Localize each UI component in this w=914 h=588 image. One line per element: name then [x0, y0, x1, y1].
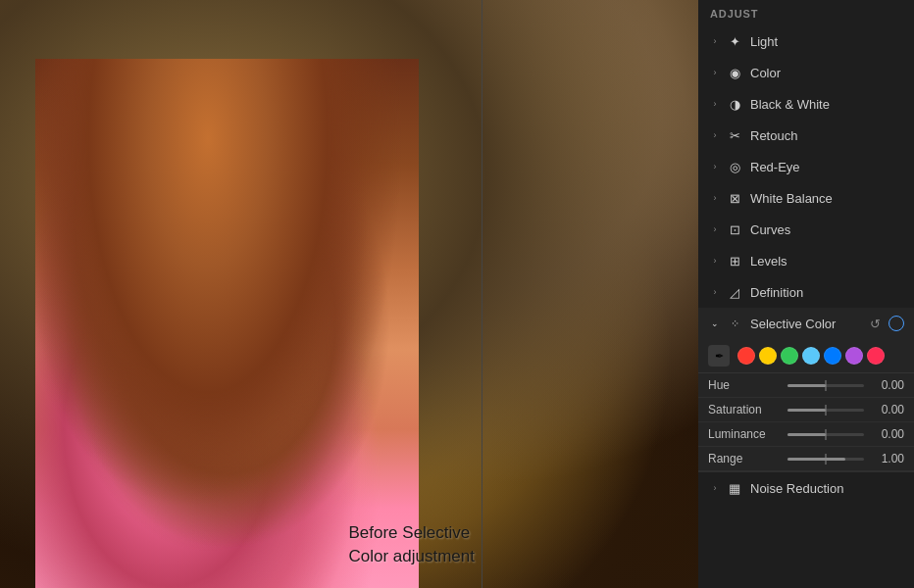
chevron-color: › — [708, 66, 722, 79]
hue-fill — [787, 384, 826, 387]
luminance-fill — [787, 433, 826, 436]
chevron-levels: › — [708, 254, 722, 268]
redeye-label: Red-Eye — [750, 160, 904, 174]
saturation-row: Saturation 0.00 — [698, 398, 914, 422]
blue-swatch[interactable] — [824, 347, 841, 365]
curves-icon: ⊡ — [726, 220, 743, 238]
definition-icon: ◿ — [726, 283, 743, 301]
magenta-swatch[interactable] — [867, 347, 885, 365]
selective-color-icon: ⁘ — [726, 315, 743, 332]
caption-area: Before Selective Color adjustment — [348, 521, 475, 568]
hue-label: Hue — [708, 378, 782, 392]
adjust-item-color[interactable]: › ◉ Color — [698, 57, 914, 88]
chevron-selective-color: ⌄ — [708, 317, 722, 330]
hue-track[interactable] — [787, 384, 864, 387]
hue-value: 0.00 — [870, 378, 904, 392]
bw-icon: ◑ — [726, 95, 743, 113]
photo-canvas: Before Selective Color adjustment — [0, 0, 698, 588]
light-label: Light — [750, 34, 904, 49]
chevron-noise: › — [708, 481, 722, 495]
retouch-icon: ✂ — [726, 126, 743, 144]
luminance-row: Luminance 0.00 — [698, 422, 914, 447]
color-label: Color — [750, 66, 904, 80]
green-swatch[interactable] — [781, 347, 798, 365]
panel-title: ADJUST — [698, 0, 914, 25]
purple-swatch[interactable] — [845, 347, 863, 365]
range-label: Range — [708, 452, 782, 466]
yellow-swatch[interactable] — [759, 347, 777, 365]
adjust-item-wb[interactable]: › ⊠ White Balance — [698, 182, 914, 214]
luminance-label: Luminance — [708, 427, 782, 441]
range-fill — [787, 458, 845, 461]
toggle-button[interactable] — [889, 316, 904, 331]
luminance-value: 0.00 — [870, 427, 904, 441]
range-center — [826, 454, 827, 465]
wb-label: White Balance — [750, 191, 904, 206]
definition-label: Definition — [750, 285, 904, 300]
color-icon: ◉ — [726, 64, 743, 81]
saturation-value: 0.00 — [870, 403, 904, 416]
adjust-item-redeye[interactable]: › ◎ Red-Eye — [698, 151, 914, 182]
caption-line1: Before Selective — [348, 523, 470, 542]
photo-person — [35, 59, 420, 588]
saturation-center — [826, 405, 827, 416]
selective-color-actions: ↺ — [867, 316, 904, 331]
hue-center — [826, 380, 827, 391]
range-row: Range 1.00 — [698, 447, 914, 471]
chevron-wb: › — [708, 191, 722, 205]
chevron-definition: › — [708, 285, 722, 299]
chevron-bw: › — [708, 97, 722, 111]
adjust-item-levels[interactable]: › ⊞ Levels — [698, 245, 914, 276]
luminance-track[interactable] — [787, 433, 864, 436]
reset-button[interactable]: ↺ — [867, 316, 883, 331]
adjust-list: › ✦ Light › ◉ Color › ◑ Black & White › … — [698, 25, 914, 588]
adjust-item-curves[interactable]: › ⊡ Curves — [698, 214, 914, 245]
chevron-curves: › — [708, 222, 722, 236]
light-icon: ✦ — [726, 32, 743, 50]
adjust-item-noise-reduction[interactable]: › ▦ Noise Reduction — [698, 471, 914, 504]
selective-color-sliders: Hue 0.00 Saturation 0.00 Luminance — [698, 373, 914, 471]
redeye-icon: ◎ — [726, 158, 743, 175]
adjust-item-light[interactable]: › ✦ Light — [698, 25, 914, 57]
range-track[interactable] — [787, 458, 864, 461]
cyan-swatch[interactable] — [802, 347, 820, 365]
wb-icon: ⊠ — [726, 189, 743, 207]
chevron-retouch: › — [708, 128, 722, 142]
levels-label: Levels — [750, 254, 904, 269]
adjust-panel: ADJUST › ✦ Light › ◉ Color › ◑ Black & W… — [698, 0, 914, 588]
adjust-item-bw[interactable]: › ◑ Black & White — [698, 88, 914, 120]
levels-icon: ⊞ — [726, 252, 743, 270]
saturation-label: Saturation — [708, 403, 782, 416]
eyedropper-icon: ✒ — [715, 350, 724, 363]
curves-label: Curves — [750, 222, 904, 237]
selective-color-label: Selective Color — [750, 317, 867, 331]
bw-label: Black & White — [750, 97, 904, 112]
range-value: 1.00 — [870, 452, 904, 466]
noise-label: Noise Reduction — [750, 481, 904, 496]
adjust-item-selective-color[interactable]: ⌄ ⁘ Selective Color ↺ — [698, 308, 914, 339]
luminance-center — [826, 429, 827, 440]
red-swatch[interactable] — [737, 347, 755, 365]
chevron-redeye: › — [708, 160, 722, 173]
eyedropper-button[interactable]: ✒ — [708, 345, 730, 367]
adjust-item-retouch[interactable]: › ✂ Retouch — [698, 120, 914, 151]
saturation-track[interactable] — [787, 409, 864, 412]
retouch-label: Retouch — [750, 128, 904, 143]
chevron-light: › — [708, 34, 722, 48]
color-swatches-row: ✒ — [698, 339, 914, 373]
caption-line2: Color adjustment — [348, 547, 475, 565]
panel-separator — [482, 0, 482, 588]
hue-row: Hue 0.00 — [698, 373, 914, 398]
saturation-fill — [787, 409, 826, 412]
adjust-item-definition[interactable]: › ◿ Definition — [698, 276, 914, 308]
noise-icon: ▦ — [726, 479, 743, 497]
